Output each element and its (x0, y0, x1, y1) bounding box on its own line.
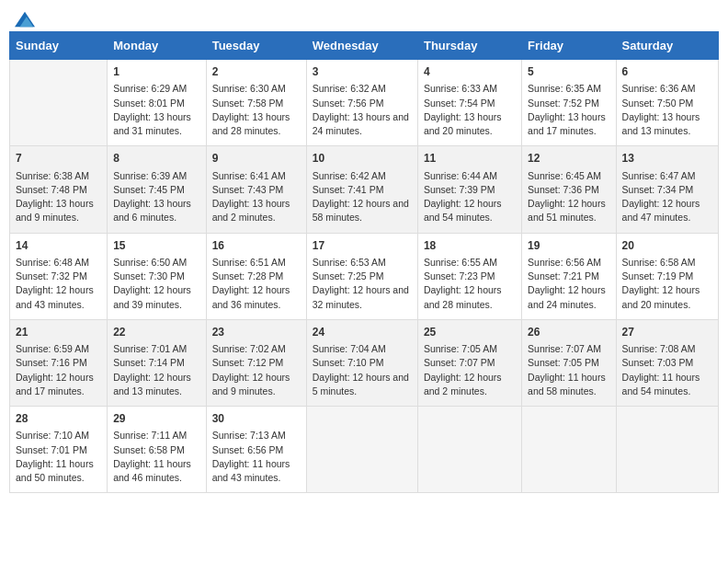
daylight-line: Daylight: 13 hours and 6 minutes. (113, 198, 191, 223)
day-info: Sunrise: 6:36 AMSunset: 7:50 PMDaylight:… (622, 82, 712, 138)
calendar-cell: 14Sunrise: 6:48 AMSunset: 7:32 PMDayligh… (10, 233, 108, 319)
day-number: 11 (424, 151, 516, 167)
day-number: 14 (16, 238, 101, 254)
calendar-cell: 27Sunrise: 7:08 AMSunset: 7:03 PMDayligh… (616, 319, 718, 406)
day-number: 21 (16, 325, 101, 340)
sunset-line: Sunset: 7:07 PM (424, 357, 495, 368)
daylight-line: Daylight: 12 hours and 20 minutes. (622, 284, 700, 309)
day-info: Sunrise: 6:33 AMSunset: 7:54 PMDaylight:… (424, 82, 516, 138)
day-info: Sunrise: 6:32 AMSunset: 7:56 PMDaylight:… (313, 82, 412, 138)
sunrise-line: Sunrise: 7:04 AM (313, 343, 386, 354)
day-info: Sunrise: 6:58 AMSunset: 7:19 PMDaylight:… (622, 256, 712, 312)
sunrise-line: Sunrise: 7:13 AM (212, 430, 286, 441)
sunset-line: Sunset: 7:01 PM (16, 444, 87, 455)
sunrise-line: Sunrise: 6:35 AM (528, 83, 601, 94)
day-info: Sunrise: 7:08 AMSunset: 7:03 PMDaylight:… (622, 342, 712, 398)
sunrise-line: Sunrise: 6:59 AM (16, 343, 89, 354)
daylight-line: Daylight: 12 hours and 51 minutes. (528, 198, 606, 223)
calendar-cell: 29Sunrise: 7:11 AMSunset: 6:58 PMDayligh… (108, 407, 206, 493)
weekday-header: Thursday (417, 32, 521, 60)
daylight-line: Daylight: 12 hours and 13 minutes. (113, 372, 191, 396)
day-number: 3 (313, 64, 412, 80)
calendar-cell (522, 407, 617, 493)
day-info: Sunrise: 6:51 AMSunset: 7:28 PMDaylight:… (212, 256, 301, 312)
calendar-cell: 28Sunrise: 7:10 AMSunset: 7:01 PMDayligh… (10, 407, 108, 493)
daylight-line: Daylight: 12 hours and 32 minutes. (313, 284, 409, 309)
day-number: 16 (212, 238, 301, 254)
sunset-line: Sunset: 7:50 PM (622, 98, 694, 109)
sunrise-line: Sunrise: 7:02 AM (212, 343, 286, 354)
daylight-line: Daylight: 13 hours and 13 minutes. (622, 111, 700, 136)
calendar-cell: 25Sunrise: 7:05 AMSunset: 7:07 PMDayligh… (417, 319, 521, 406)
sunset-line: Sunset: 7:41 PM (313, 184, 384, 195)
sunrise-line: Sunrise: 6:58 AM (622, 257, 696, 268)
day-info: Sunrise: 6:38 AMSunset: 7:48 PMDaylight:… (16, 169, 101, 225)
sunrise-line: Sunrise: 6:30 AM (212, 83, 286, 94)
sunset-line: Sunset: 8:01 PM (113, 98, 185, 109)
calendar-week-row: 28Sunrise: 7:10 AMSunset: 7:01 PMDayligh… (10, 407, 719, 493)
day-number: 29 (113, 411, 199, 427)
calendar-cell: 7Sunrise: 6:38 AMSunset: 7:48 PMDaylight… (10, 146, 108, 233)
day-number: 26 (528, 325, 610, 340)
sunset-line: Sunset: 7:34 PM (622, 184, 694, 195)
day-info: Sunrise: 6:48 AMSunset: 7:32 PMDaylight:… (16, 256, 101, 312)
daylight-line: Daylight: 12 hours and 54 minutes. (424, 198, 502, 223)
sunrise-line: Sunrise: 6:44 AM (424, 170, 497, 181)
calendar-cell: 17Sunrise: 6:53 AMSunset: 7:25 PMDayligh… (306, 233, 417, 319)
day-info: Sunrise: 7:07 AMSunset: 7:05 PMDaylight:… (528, 342, 610, 398)
day-number: 4 (424, 64, 516, 80)
calendar-cell: 18Sunrise: 6:55 AMSunset: 7:23 PMDayligh… (417, 233, 521, 319)
calendar-cell: 15Sunrise: 6:50 AMSunset: 7:30 PMDayligh… (108, 233, 206, 319)
sunset-line: Sunset: 7:23 PM (424, 270, 495, 282)
day-info: Sunrise: 7:01 AMSunset: 7:14 PMDaylight:… (113, 342, 199, 398)
sunrise-line: Sunrise: 6:53 AM (313, 257, 386, 268)
sunset-line: Sunset: 7:21 PM (528, 270, 599, 282)
calendar-cell: 1Sunrise: 6:29 AMSunset: 8:01 PMDaylight… (108, 60, 206, 146)
sunrise-line: Sunrise: 6:42 AM (313, 170, 386, 181)
daylight-line: Daylight: 12 hours and 5 minutes. (313, 372, 409, 396)
day-number: 2 (212, 64, 301, 80)
day-number: 12 (528, 151, 610, 167)
sunrise-line: Sunrise: 6:38 AM (16, 170, 89, 181)
sunrise-line: Sunrise: 6:33 AM (424, 83, 497, 94)
day-number: 5 (528, 64, 610, 80)
sunrise-line: Sunrise: 6:51 AM (212, 257, 286, 268)
calendar-week-row: 14Sunrise: 6:48 AMSunset: 7:32 PMDayligh… (10, 233, 719, 319)
logo-icon (15, 9, 35, 29)
sunset-line: Sunset: 7:16 PM (16, 357, 87, 368)
calendar-cell: 30Sunrise: 7:13 AMSunset: 6:56 PMDayligh… (206, 407, 306, 493)
calendar-week-row: 1Sunrise: 6:29 AMSunset: 8:01 PMDaylight… (10, 60, 719, 146)
calendar-cell (417, 407, 521, 493)
daylight-line: Daylight: 11 hours and 58 minutes. (528, 372, 606, 396)
calendar-cell: 13Sunrise: 6:47 AMSunset: 7:34 PMDayligh… (616, 146, 718, 233)
calendar-cell: 8Sunrise: 6:39 AMSunset: 7:45 PMDaylight… (108, 146, 206, 233)
sunrise-line: Sunrise: 7:11 AM (113, 430, 187, 441)
daylight-line: Daylight: 12 hours and 28 minutes. (424, 284, 502, 309)
sunset-line: Sunset: 7:39 PM (424, 184, 495, 195)
calendar-cell: 19Sunrise: 6:56 AMSunset: 7:21 PMDayligh… (522, 233, 617, 319)
sunrise-line: Sunrise: 7:05 AM (424, 343, 497, 354)
daylight-line: Daylight: 13 hours and 17 minutes. (528, 111, 606, 136)
sunset-line: Sunset: 7:03 PM (622, 357, 694, 368)
sunrise-line: Sunrise: 6:45 AM (528, 170, 601, 181)
daylight-line: Daylight: 11 hours and 54 minutes. (622, 372, 700, 396)
day-info: Sunrise: 6:29 AMSunset: 8:01 PMDaylight:… (113, 82, 199, 138)
sunrise-line: Sunrise: 6:50 AM (113, 257, 187, 268)
day-info: Sunrise: 6:42 AMSunset: 7:41 PMDaylight:… (313, 169, 412, 225)
sunset-line: Sunset: 7:28 PM (212, 270, 284, 282)
calendar-cell (306, 407, 417, 493)
calendar-cell: 20Sunrise: 6:58 AMSunset: 7:19 PMDayligh… (616, 233, 718, 319)
day-number: 25 (424, 325, 516, 340)
sunrise-line: Sunrise: 6:36 AM (622, 83, 696, 94)
sunrise-line: Sunrise: 7:08 AM (622, 343, 696, 354)
day-number: 22 (113, 325, 199, 340)
calendar-cell: 24Sunrise: 7:04 AMSunset: 7:10 PMDayligh… (306, 319, 417, 406)
sunset-line: Sunset: 7:14 PM (113, 357, 185, 368)
sunset-line: Sunset: 7:48 PM (16, 184, 87, 195)
sunset-line: Sunset: 7:56 PM (313, 98, 384, 109)
day-number: 20 (622, 238, 712, 254)
calendar-cell: 16Sunrise: 6:51 AMSunset: 7:28 PMDayligh… (206, 233, 306, 319)
daylight-line: Daylight: 11 hours and 50 minutes. (16, 458, 94, 483)
calendar-cell: 11Sunrise: 6:44 AMSunset: 7:39 PMDayligh… (417, 146, 521, 233)
daylight-line: Daylight: 12 hours and 43 minutes. (16, 284, 94, 309)
